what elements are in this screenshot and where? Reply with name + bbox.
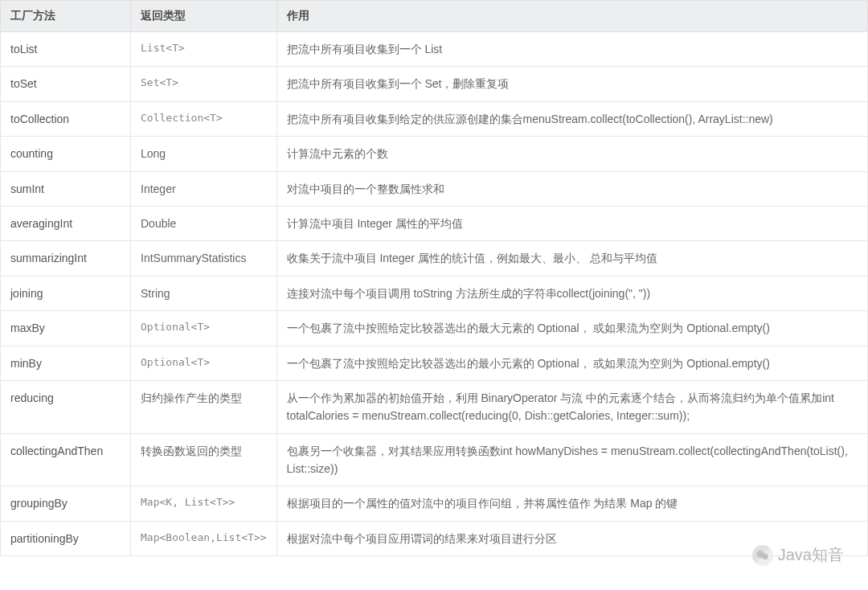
cell-description: 一个包裹了流中按照给定比较器选出的最大元素的 Optional， 或如果流为空则… — [276, 311, 867, 346]
cell-return-type: Map<Boolean,List<T>> — [131, 521, 277, 555]
cell-return-type: 归约操作产生的类型 — [131, 380, 277, 433]
cell-return-type: List<T> — [131, 32, 277, 67]
cell-method: collectingAndThen — [1, 433, 131, 486]
cell-description: 把流中所有项目收集到给定的供应源创建的集合menuStream.collect(… — [276, 101, 867, 136]
header-description: 作用 — [276, 1, 867, 32]
cell-method: sumInt — [1, 171, 131, 206]
cell-return-type: 转换函数返回的类型 — [131, 433, 277, 486]
cell-return-type: String — [131, 276, 277, 310]
cell-return-type: Optional<T> — [131, 346, 277, 380]
cell-return-type: Collection<T> — [131, 101, 277, 136]
cell-method: partitioningBy — [1, 521, 131, 555]
svg-point-1 — [762, 553, 768, 559]
table-row: partitioningByMap<Boolean,List<T>>根据对流中每… — [1, 521, 868, 555]
cell-return-type: Long — [131, 137, 277, 171]
wechat-icon — [752, 545, 773, 566]
cell-return-type: Set<T> — [131, 67, 277, 101]
cell-return-type: Double — [131, 206, 277, 240]
table-row: joiningString连接对流中每个项目调用 toString 方法所生成的… — [1, 276, 868, 310]
cell-method: reducing — [1, 380, 131, 433]
cell-method: toCollection — [1, 101, 131, 136]
cell-description: 把流中所有项目收集到一个 Set，删除重复项 — [276, 67, 867, 101]
table-row: toListList<T>把流中所有项目收集到一个 List — [1, 32, 868, 67]
watermark-text: Java知音 — [778, 544, 844, 566]
header-method: 工厂方法 — [1, 1, 131, 32]
cell-method: groupingBy — [1, 486, 131, 521]
cell-description: 一个包裹了流中按照给定比较器选出的最小元素的 Optional， 或如果流为空则… — [276, 346, 867, 380]
cell-description: 收集关于流中项目 Integer 属性的统计值，例如最大、最小、 总和与平均值 — [276, 241, 867, 276]
cell-description: 把流中所有项目收集到一个 List — [276, 32, 867, 67]
table-row: averagingIntDouble计算流中项目 Integer 属性的平均值 — [1, 206, 868, 240]
cell-return-type: Integer — [131, 171, 277, 206]
cell-return-type: Map<K, List<T>> — [131, 486, 277, 521]
table-row: countingLong计算流中元素的个数 — [1, 137, 868, 171]
cell-description: 计算流中项目 Integer 属性的平均值 — [276, 206, 867, 240]
cell-method: joining — [1, 276, 131, 310]
table-row: toCollectionCollection<T>把流中所有项目收集到给定的供应… — [1, 101, 868, 136]
cell-method: minBy — [1, 346, 131, 380]
collectors-table: 工厂方法 返回类型 作用 toListList<T>把流中所有项目收集到一个 L… — [0, 0, 868, 556]
cell-return-type: Optional<T> — [131, 311, 277, 346]
table-row: collectingAndThen转换函数返回的类型包裹另一个收集器，对其结果应… — [1, 433, 868, 486]
cell-description: 对流中项目的一个整数属性求和 — [276, 171, 867, 206]
cell-return-type: IntSummaryStatistics — [131, 241, 277, 276]
cell-method: toSet — [1, 67, 131, 101]
cell-description: 根据项目的一个属性的值对流中的项目作问组，并将属性值作 为结果 Map 的键 — [276, 486, 867, 521]
table-row: toSetSet<T>把流中所有项目收集到一个 Set，删除重复项 — [1, 67, 868, 101]
cell-method: counting — [1, 137, 131, 171]
table-body: toListList<T>把流中所有项目收集到一个 ListtoSetSet<T… — [1, 32, 868, 556]
cell-description: 连接对流中每个项目调用 toString 方法所生成的字符串collect(jo… — [276, 276, 867, 310]
cell-description: 包裹另一个收集器，对其结果应用转换函数int howManyDishes = m… — [276, 433, 867, 486]
table-row: minByOptional<T>一个包裹了流中按照给定比较器选出的最小元素的 O… — [1, 346, 868, 380]
cell-description: 从一个作为累加器的初始值开始，利用 BinaryOperator 与流 中的元素… — [276, 380, 867, 433]
table-row: summarizingIntIntSummaryStatistics收集关于流中… — [1, 241, 868, 276]
header-return-type: 返回类型 — [131, 1, 277, 32]
cell-method: summarizingInt — [1, 241, 131, 276]
table-row: sumIntInteger对流中项目的一个整数属性求和 — [1, 171, 868, 206]
cell-description: 计算流中元素的个数 — [276, 137, 867, 171]
watermark: Java知音 — [752, 544, 844, 566]
cell-method: averagingInt — [1, 206, 131, 240]
table-row: groupingByMap<K, List<T>>根据项目的一个属性的值对流中的… — [1, 486, 868, 521]
cell-method: maxBy — [1, 311, 131, 346]
table-row: reducing归约操作产生的类型从一个作为累加器的初始值开始，利用 Binar… — [1, 380, 868, 433]
table-row: maxByOptional<T>一个包裹了流中按照给定比较器选出的最大元素的 O… — [1, 311, 868, 346]
cell-method: toList — [1, 32, 131, 67]
